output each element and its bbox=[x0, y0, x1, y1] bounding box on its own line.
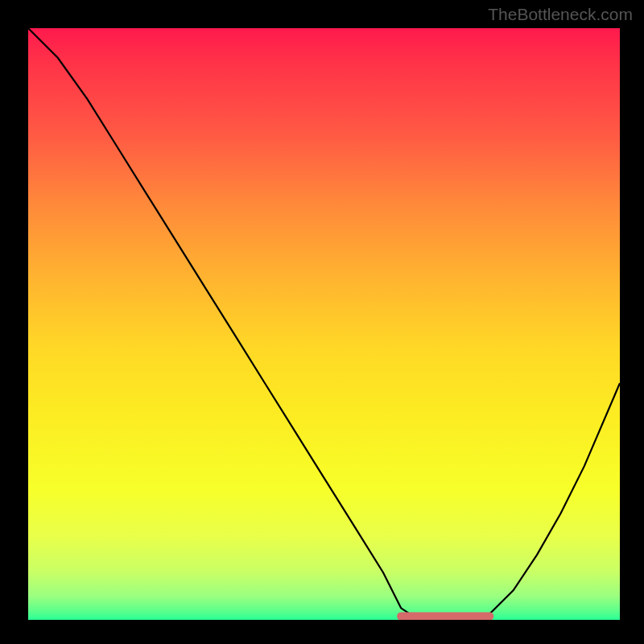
plot-area bbox=[28, 28, 620, 620]
bottleneck-curve-line bbox=[28, 28, 620, 620]
watermark-text: TheBottleneck.com bbox=[488, 5, 633, 24]
chart-svg bbox=[28, 28, 620, 620]
